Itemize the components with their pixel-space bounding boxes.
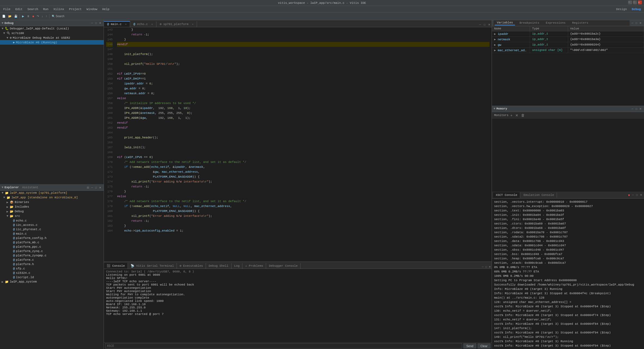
debug-collapse-icon[interactable]: ▼ [2,22,4,25]
editor-close-btn[interactable]: ✕ [487,23,491,26]
explorer-item-platform-ppc[interactable]: @ platform_ppc.c [0,245,104,249]
explorer-maximize-btn[interactable]: □ [94,186,98,189]
explorer-item-lwip-app[interactable]: ▼ 📁 lwIP_app [standalone on microblaze_0… [0,195,104,200]
console-close-btn[interactable]: ✕ [488,265,492,269]
explorer-collapse-icon[interactable]: ▼ [2,186,4,189]
variables-maximize-btn[interactable]: □ [635,21,638,25]
xsct-maximize-btn[interactable]: □ [635,193,639,197]
debug-step-into[interactable]: ↓ [41,14,44,18]
debug-item-microblaze-running[interactable]: ▶ MicroBlaze #0 (Running) [0,40,104,45]
debug-close-btn[interactable]: ✕ [98,21,102,25]
editor-minimize-btn[interactable]: ─ [478,23,482,26]
xsct-close-btn[interactable]: ✕ [639,193,643,197]
explorer-item-si5324[interactable]: @ si5324.c [0,271,104,275]
menu-project[interactable]: Project [67,7,84,11]
explorer-item-debug[interactable]: ▶ 📂 Debug [0,209,104,214]
editor-maximize-btn[interactable]: □ [483,23,486,26]
console-tab-problems[interactable]: ⚠ Problems [242,263,266,269]
console-tab-executables[interactable]: ⚙ Executables [177,263,206,269]
console-input[interactable] [105,343,462,348]
tab-main-c[interactable]: @ main.c ✕ [104,21,130,27]
menu-file[interactable]: File [1,7,13,11]
menu-edit[interactable]: Edit [13,7,24,11]
console-tab-log[interactable]: Log [232,263,243,269]
explorer-item-platform-mb[interactable]: @ platform_mb.c [0,240,104,245]
debug-resume[interactable]: ▶ [21,14,25,18]
debug-mode[interactable]: Debug [630,7,643,11]
variables-minimize-btn[interactable]: ─ [631,21,634,25]
explorer-item-lwip-app-system[interactable]: ▶ 📁 lwIP_app_system [0,280,104,284]
explorer-item-platform-c[interactable]: @ platform.c [0,258,104,262]
debug-pause[interactable]: ⏸ [26,14,31,18]
memory-clear-btn[interactable]: 🗑 [520,113,525,118]
explorer-item-lwip-system[interactable]: ▼ 📁 lwIP_app_system [sp701_platform] [0,191,104,195]
xsct-minimize-btn[interactable]: ─ [631,193,635,197]
debug-item-microblaze-debug[interactable]: ▼ ⚙ MicroBlaze Debug Module at USER2 [0,35,104,40]
explorer-item-i2c[interactable]: @ i2c_access.c [0,223,104,227]
echo-c-tab-close[interactable]: ✕ [151,23,153,26]
xsct-tab-console[interactable]: XSCT Console [493,192,520,198]
console-maximize-btn[interactable]: □ [485,265,488,269]
explorer-item-platform-zynqmp[interactable]: @ platform_zynqmp.c [0,253,104,258]
var-row-gw[interactable]: ▶ gw ip_addr_t {addr=0x80000264} [492,42,644,48]
collapse-all-btn[interactable]: ⊟ [86,186,90,189]
debug-step-over[interactable]: ↷ [36,14,40,18]
explorer-item-includes[interactable]: ▶ 📂 Includes [0,205,104,209]
memory-add-btn[interactable]: + [510,113,513,118]
close-btn[interactable]: ✕ [638,1,642,4]
explorer-item-platform-zynq[interactable]: @ platform_zynq.c [0,249,104,253]
explorer-item-lscript[interactable]: @ lscript.ld [0,275,104,280]
menu-run[interactable]: Run [41,7,51,11]
var-tab-registers[interactable]: Registers [570,21,590,25]
explorer-item-echo-c[interactable]: @ echo.c [0,218,104,223]
var-row-mac[interactable]: ▶ mac_ethernet_address unsigned char [6]… [492,48,644,53]
var-row-ipaddr[interactable]: ▶ ipaddr ip_addr_t {addr=0x8001ba2c} [492,31,644,37]
menu-help[interactable]: Help [100,7,112,11]
variables-close-btn[interactable]: ✕ [639,21,642,25]
explorer-item-src[interactable]: ▼ 📂 src [0,214,104,218]
console-minimize-btn[interactable]: ─ [481,265,485,269]
debug-minimize-btn[interactable]: ─ [90,21,94,25]
debug-item-xc7s100[interactable]: ▼ 🔌 xc7s100 [0,31,104,35]
minimize-btn[interactable]: ─ [628,1,632,4]
main-c-tab-close[interactable]: ✕ [125,23,127,26]
console-tab-debuggerconsole[interactable]: Debugger Console [266,263,301,269]
var-tab-variables[interactable]: Variables [495,20,515,25]
debug-step-return[interactable]: ↑ [45,14,48,18]
memory-maximize-btn[interactable]: □ [635,107,638,111]
memory-delete-btn[interactable]: ✕ [514,113,519,118]
search-btn[interactable]: 🔍 Search [51,14,65,18]
var-tab-expressions[interactable]: Expressions [544,21,568,25]
menu-search[interactable]: Search [25,7,41,11]
debug-stop[interactable]: ■ [31,14,35,18]
sp701-tab-close[interactable]: ✕ [192,23,193,26]
menu-xilinx[interactable]: Xilinx [51,7,66,11]
console-tab-console[interactable]: ⬛ Console [104,263,128,269]
assistant-tab[interactable]: Assistant [22,186,38,189]
explorer-minimize-btn[interactable]: ─ [90,186,94,189]
explorer-tab-active[interactable]: Explorer [5,186,19,189]
var-row-netmask[interactable]: ▶ netmask ip_addr_t {addr=0x8001ba3a} [492,37,644,42]
console-send-btn[interactable]: Send [463,343,476,348]
explorer-item-iic[interactable]: @ iic_phyreset.c [0,227,104,232]
memory-collapse-icon[interactable]: ▼ [494,107,495,110]
explorer-item-platform-config[interactable]: @ platform_config.h [0,236,104,240]
open-btn[interactable]: 📂 [7,14,13,18]
var-tab-breakpoints[interactable]: Breakpoints [517,21,541,25]
save-btn[interactable]: 💾 [13,14,19,18]
debug-maximize-btn[interactable]: □ [94,21,98,25]
explorer-item-platform-h[interactable]: @ platform.h [0,262,104,266]
xsct-stop-btn[interactable]: ■ [627,193,631,197]
debug-item-debugger[interactable]: ▼ 🐛 Debugger_lwIP_app-Default (Local) [0,26,104,31]
console-clear-btn[interactable]: Clear [477,343,491,348]
explorer-item-main-c[interactable]: @ main.c [0,232,104,236]
memory-close-btn[interactable]: ✕ [639,107,642,111]
explorer-close-btn[interactable]: ✕ [98,186,102,189]
explorer-item-sfp[interactable]: @ sfp.c [0,266,104,271]
console-tab-debugshell[interactable]: Debug Shell [206,263,232,269]
memory-minimize-btn[interactable]: ─ [631,107,634,111]
explorer-item-binaries[interactable]: ▶ 📦 Binaries [0,200,104,205]
maximize-btn[interactable]: □ [633,1,637,4]
console-tab-serial[interactable]: 📡 Vitis Serial Terminal [128,263,177,269]
design-mode[interactable]: Design [614,7,629,11]
